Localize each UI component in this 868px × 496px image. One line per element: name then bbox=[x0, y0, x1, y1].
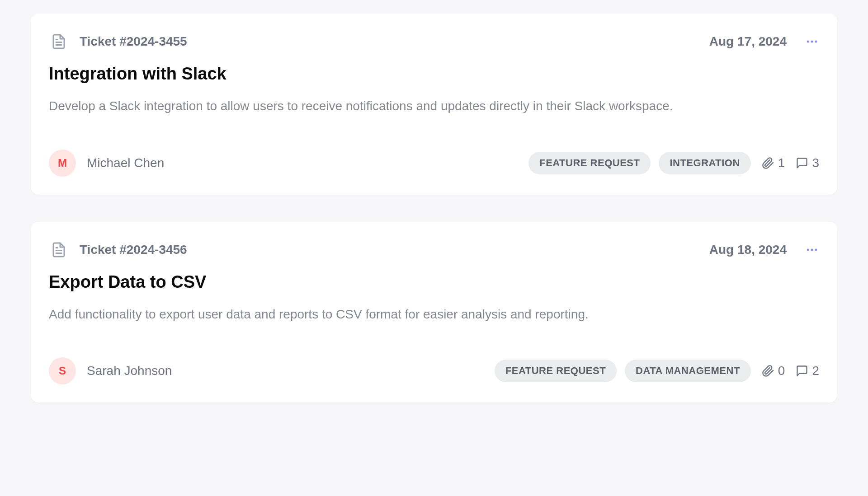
more-options-button[interactable] bbox=[805, 243, 819, 257]
ticket-id: Ticket #2024-3455 bbox=[80, 34, 187, 49]
more-options-button[interactable] bbox=[805, 34, 819, 49]
ticket-footer: M Michael Chen FEATURE REQUEST INTEGRATI… bbox=[49, 150, 819, 177]
avatar: M bbox=[49, 150, 76, 177]
attachment-number: 1 bbox=[778, 156, 785, 170]
attachment-number: 0 bbox=[778, 364, 785, 378]
author-name: Michael Chen bbox=[87, 156, 164, 170]
comment-number: 2 bbox=[812, 364, 819, 378]
ticket-header-left: Ticket #2024-3455 bbox=[49, 32, 187, 51]
comment-count[interactable]: 3 bbox=[796, 156, 819, 170]
tag[interactable]: DATA MANAGEMENT bbox=[625, 360, 751, 382]
paperclip-icon bbox=[762, 157, 774, 169]
comment-icon bbox=[796, 157, 808, 169]
svg-point-3 bbox=[811, 41, 813, 43]
comment-number: 3 bbox=[812, 156, 819, 170]
svg-point-9 bbox=[815, 248, 817, 251]
ticket-title: Export Data to CSV bbox=[49, 272, 819, 292]
ticket-description: Add functionality to export user data an… bbox=[49, 305, 819, 324]
tag[interactable]: FEATURE REQUEST bbox=[528, 152, 651, 174]
ticket-footer-right: FEATURE REQUEST DATA MANAGEMENT 0 2 bbox=[495, 360, 819, 382]
ticket-header-right: Aug 17, 2024 bbox=[709, 34, 819, 49]
author-name: Sarah Johnson bbox=[87, 364, 172, 378]
paperclip-icon bbox=[762, 365, 774, 377]
ticket-id: Ticket #2024-3456 bbox=[80, 243, 187, 257]
ellipsis-icon bbox=[805, 243, 819, 257]
ticket-footer: S Sarah Johnson FEATURE REQUEST DATA MAN… bbox=[49, 357, 819, 384]
ticket-author: S Sarah Johnson bbox=[49, 357, 172, 384]
ticket-header: Ticket #2024-3455 Aug 17, 2024 bbox=[49, 32, 819, 51]
ticket-date: Aug 17, 2024 bbox=[709, 34, 787, 49]
ticket-header-right: Aug 18, 2024 bbox=[709, 243, 819, 257]
ticket-header-left: Ticket #2024-3456 bbox=[49, 240, 187, 260]
svg-point-8 bbox=[811, 248, 813, 251]
comment-count[interactable]: 2 bbox=[796, 364, 819, 378]
ticket-description: Develop a Slack integration to allow use… bbox=[49, 97, 819, 116]
ticket-header: Ticket #2024-3456 Aug 18, 2024 bbox=[49, 240, 819, 260]
ticket-card[interactable]: Ticket #2024-3456 Aug 18, 2024 Export Da… bbox=[31, 222, 837, 403]
svg-point-2 bbox=[807, 41, 809, 43]
attachment-count[interactable]: 0 bbox=[762, 364, 785, 378]
ticket-card[interactable]: Ticket #2024-3455 Aug 17, 2024 Integrati… bbox=[31, 14, 837, 195]
attachment-count[interactable]: 1 bbox=[762, 156, 785, 170]
svg-point-7 bbox=[807, 248, 809, 251]
ellipsis-icon bbox=[805, 35, 819, 48]
tag[interactable]: INTEGRATION bbox=[659, 152, 750, 174]
ticket-footer-right: FEATURE REQUEST INTEGRATION 1 3 bbox=[528, 152, 819, 174]
avatar: S bbox=[49, 357, 76, 384]
file-text-icon bbox=[49, 240, 69, 260]
ticket-title: Integration with Slack bbox=[49, 64, 819, 84]
comment-icon bbox=[796, 365, 808, 377]
svg-point-4 bbox=[815, 41, 817, 43]
ticket-date: Aug 18, 2024 bbox=[709, 243, 787, 257]
tag[interactable]: FEATURE REQUEST bbox=[495, 360, 617, 382]
ticket-author: M Michael Chen bbox=[49, 150, 164, 177]
file-text-icon bbox=[49, 32, 69, 51]
